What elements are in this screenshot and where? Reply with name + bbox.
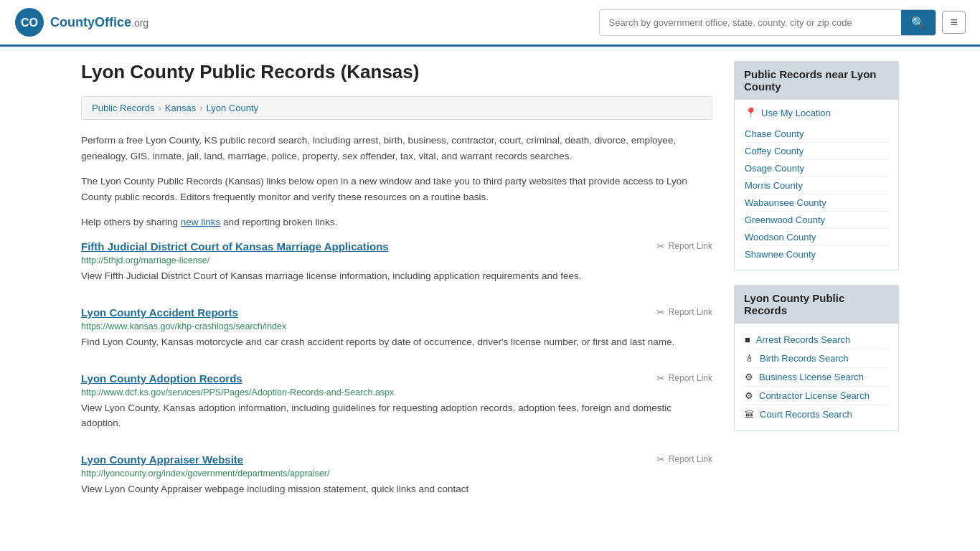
court-records-link[interactable]: Court Records Search <box>760 409 852 420</box>
record-title-2[interactable]: Lyon County Adoption Records <box>81 372 242 385</box>
description-3: Help others by sharing new links and rep… <box>81 215 712 230</box>
nearby-coffey-county[interactable]: Coffey County <box>745 143 888 160</box>
record-item-0: Fifth Judicial District Court of Kansas … <box>81 240 712 289</box>
list-item-business: ⚙ Business License Search <box>745 368 888 387</box>
list-item-contractor: ⚙ Contractor License Search <box>745 387 888 405</box>
search-button[interactable]: 🔍 <box>901 10 936 35</box>
record-desc-3: View Lyon County Appraiser webpage inclu… <box>81 482 712 496</box>
court-icon: 🏛 <box>745 409 754 420</box>
logo-icon: CO <box>14 7 44 37</box>
record-url-1[interactable]: https://www.kansas.gov/khp-crashlogs/sea… <box>81 321 712 331</box>
arrest-icon: ■ <box>745 334 750 345</box>
nearby-morris-county[interactable]: Morris County <box>745 177 888 194</box>
public-records-section: Lyon County Public Records ■ Arrest Reco… <box>734 285 899 431</box>
sidebar: Public Records near Lyon County 📍 Use My… <box>734 61 899 519</box>
description-3-pre: Help others by sharing <box>81 217 181 227</box>
breadcrumb-sep-1: › <box>158 103 161 113</box>
arrest-records-link[interactable]: Arrest Records Search <box>756 334 851 345</box>
nearby-header: Public Records near Lyon County <box>734 61 899 100</box>
report-link-2[interactable]: ✂ Report Link <box>656 372 712 384</box>
nearby-woodson-county[interactable]: Woodson County <box>745 229 888 246</box>
nearby-body: 📍 Use My Location Chase County Coffey Co… <box>734 100 899 270</box>
logo-area: CO CountyOffice.org <box>14 7 149 37</box>
breadcrumb-kansas[interactable]: Kansas <box>165 103 196 113</box>
contractor-license-link[interactable]: Contractor License Search <box>759 390 870 401</box>
public-records-body: ■ Arrest Records Search 🕯 Birth Records … <box>734 324 899 431</box>
breadcrumb: Public Records › Kansas › Lyon County <box>81 96 712 120</box>
location-pin-icon: 📍 <box>745 107 757 118</box>
description-3-post: and reporting broken links. <box>220 217 337 227</box>
list-item-arrest: ■ Arrest Records Search <box>745 331 888 349</box>
record-item-2: Lyon County Adoption Records ✂ Report Li… <box>81 372 712 436</box>
report-icon-2: ✂ <box>656 372 665 384</box>
menu-button[interactable]: ≡ <box>942 11 966 34</box>
nearby-greenwood-county[interactable]: Greenwood County <box>745 212 888 229</box>
search-input[interactable] <box>600 10 901 35</box>
birth-records-link[interactable]: Birth Records Search <box>760 353 849 364</box>
record-title-0[interactable]: Fifth Judicial District Court of Kansas … <box>81 240 389 253</box>
contractor-icon: ⚙ <box>745 390 753 401</box>
nearby-osage-county[interactable]: Osage County <box>745 160 888 177</box>
list-item-court: 🏛 Court Records Search <box>745 405 888 423</box>
svg-text:CO: CO <box>21 17 38 29</box>
nearby-shawnee-county[interactable]: Shawnee County <box>745 246 888 263</box>
report-icon-0: ✂ <box>656 240 665 252</box>
record-desc-2: View Lyon County, Kansas adoption inform… <box>81 401 712 430</box>
nearby-section: Public Records near Lyon County 📍 Use My… <box>734 61 899 270</box>
report-link-label-0: Report Link <box>669 241 712 251</box>
new-links-link[interactable]: new links <box>181 217 221 227</box>
public-records-header: Lyon County Public Records <box>734 285 899 324</box>
record-title-3[interactable]: Lyon County Appraiser Website <box>81 453 243 466</box>
record-item-3: Lyon County Appraiser Website ✂ Report L… <box>81 453 712 502</box>
use-location-link[interactable]: Use My Location <box>761 108 831 118</box>
site-header: CO CountyOffice.org 🔍 ≡ <box>0 0 980 47</box>
report-link-label-1: Report Link <box>669 307 712 317</box>
breadcrumb-public-records[interactable]: Public Records <box>92 103 154 113</box>
record-desc-0: View Fifth Judicial District Court of Ka… <box>81 269 712 283</box>
report-icon-1: ✂ <box>656 306 665 318</box>
report-link-0[interactable]: ✂ Report Link <box>656 240 712 252</box>
public-records-list: ■ Arrest Records Search 🕯 Birth Records … <box>745 331 888 423</box>
list-item-birth: 🕯 Birth Records Search <box>745 349 888 368</box>
record-title-1[interactable]: Lyon County Accident Reports <box>81 306 238 319</box>
search-box: 🔍 <box>599 9 936 36</box>
content-area: Lyon County Public Records (Kansas) Publ… <box>81 61 712 519</box>
logo-text: CountyOffice.org <box>50 15 149 30</box>
report-link-1[interactable]: ✂ Report Link <box>656 306 712 318</box>
record-desc-1: Find Lyon County, Kansas motorcycle and … <box>81 335 712 349</box>
description-2: The Lyon County Public Records (Kansas) … <box>81 174 712 204</box>
use-location[interactable]: 📍 Use My Location <box>745 107 888 118</box>
main-container: Lyon County Public Records (Kansas) Publ… <box>60 47 920 534</box>
description-1: Perform a free Lyon County, KS public re… <box>81 133 712 164</box>
report-link-label-2: Report Link <box>669 373 712 383</box>
record-item-1: Lyon County Accident Reports ✂ Report Li… <box>81 306 712 355</box>
page-title: Lyon County Public Records (Kansas) <box>81 61 712 83</box>
birth-icon: 🕯 <box>745 353 754 364</box>
business-license-link[interactable]: Business License Search <box>759 372 864 382</box>
report-link-3[interactable]: ✂ Report Link <box>656 453 712 465</box>
breadcrumb-lyon-county[interactable]: Lyon County <box>207 103 259 113</box>
record-url-2[interactable]: http://www.dcf.ks.gov/services/PPS/Pages… <box>81 387 712 397</box>
record-url-3[interactable]: http://lyoncounty.org/index/government/d… <box>81 468 712 479</box>
record-url-0[interactable]: http://5thjd.org/marriage-license/ <box>81 255 712 265</box>
business-icon: ⚙ <box>745 372 753 382</box>
report-icon-3: ✂ <box>656 453 665 465</box>
report-link-label-3: Report Link <box>669 454 712 464</box>
breadcrumb-sep-2: › <box>199 103 202 113</box>
search-area: 🔍 ≡ <box>599 9 966 36</box>
nearby-chase-county[interactable]: Chase County <box>745 126 888 143</box>
nearby-wabaunsee-county[interactable]: Wabaunsee County <box>745 194 888 212</box>
